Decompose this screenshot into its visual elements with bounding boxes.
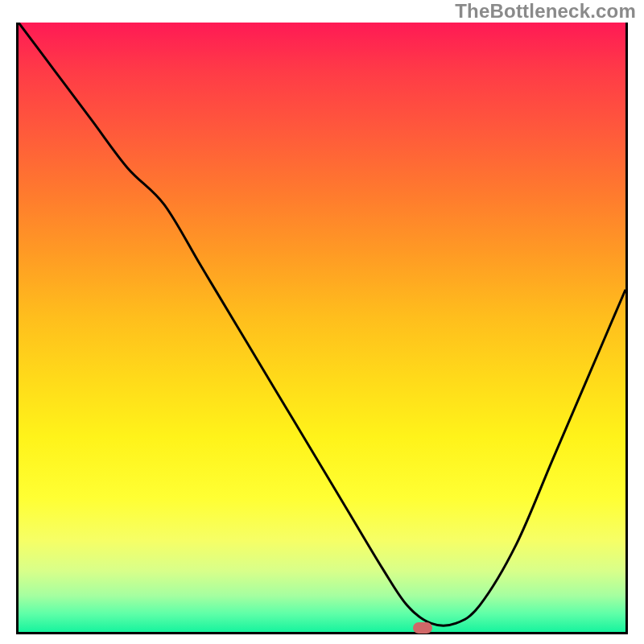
- bottleneck-curve-path: [19, 23, 625, 625]
- optimum-marker: [413, 622, 432, 634]
- plot-frame: [16, 23, 628, 634]
- curve-svg: [19, 23, 625, 630]
- watermark-text: TheBottleneck.com: [455, 0, 636, 23]
- chart-stage: TheBottleneck.com: [0, 0, 644, 644]
